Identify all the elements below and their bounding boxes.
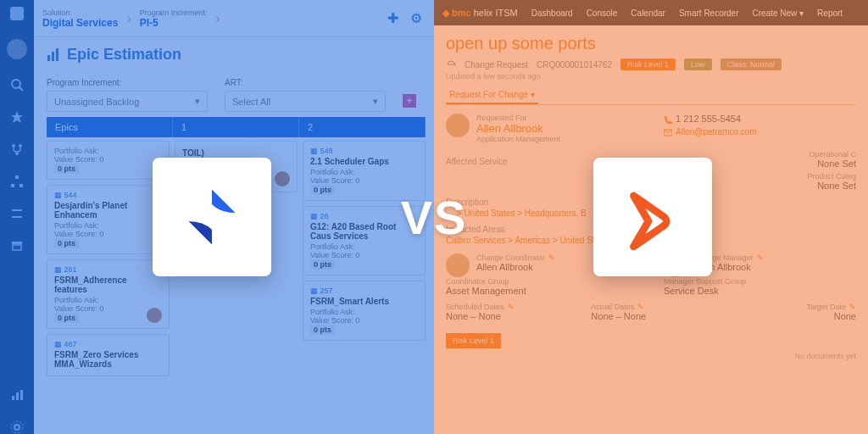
epic-card[interactable]: ▦ 467 FSRM_Zero Services MMA_Wizards xyxy=(47,334,170,376)
chevron-down-icon: ▾ xyxy=(373,96,378,107)
left-nav-rail xyxy=(0,0,34,434)
svg-point-18 xyxy=(11,421,23,433)
hierarchy-icon[interactable] xyxy=(10,175,24,188)
svg-rect-7 xyxy=(15,175,19,179)
page-title: Epic Estimation xyxy=(47,46,181,64)
filter-bar: Program Increment: Unassigned Backlog▾ A… xyxy=(47,78,426,112)
search-icon[interactable] xyxy=(10,78,24,92)
col-2[interactable]: 2 xyxy=(299,117,426,137)
edit-icon[interactable]: ✎ xyxy=(849,303,856,311)
svg-point-17 xyxy=(14,425,19,430)
sliders-icon[interactable] xyxy=(10,207,24,220)
avatar xyxy=(446,253,470,277)
jira-logo-badge xyxy=(153,158,271,276)
edit-icon[interactable]: ✎ xyxy=(508,303,515,311)
gear-icon[interactable] xyxy=(10,420,24,434)
svg-rect-13 xyxy=(13,245,21,250)
contact-info: 1 212 555-5454 Allen@petramco.com xyxy=(664,114,856,143)
tab-request-for-change[interactable]: Request For Change ▾ xyxy=(446,90,538,104)
epic-card[interactable]: ▦ 261 FSRM_Adherence features Portfolio … xyxy=(47,259,170,329)
updated-ago: Updated a few seconds ago xyxy=(446,72,856,81)
svg-rect-21 xyxy=(56,48,58,61)
filter-pi: Program Increment: Unassigned Backlog▾ xyxy=(47,78,208,112)
crumb-pi[interactable]: Program Increment: PI-5 xyxy=(140,8,208,29)
svg-point-5 xyxy=(19,144,22,147)
chevron-right-icon: › xyxy=(212,11,223,26)
branch-icon[interactable] xyxy=(10,142,24,156)
nav-smart-recorder[interactable]: Smart Recorder xyxy=(679,8,739,18)
archive-icon[interactable] xyxy=(10,239,24,253)
avatar xyxy=(446,114,470,137)
brand: ◆ bmc helix ITSM xyxy=(442,8,518,19)
svg-rect-0 xyxy=(10,7,24,20)
add-filter-button[interactable]: + xyxy=(403,94,416,108)
svg-rect-20 xyxy=(52,52,54,61)
nav-console[interactable]: Console xyxy=(587,8,618,18)
svg-rect-16 xyxy=(20,390,23,400)
edit-icon[interactable]: ✎ xyxy=(637,303,644,311)
nav-dashboard[interactable]: Dashboard xyxy=(531,8,573,18)
chevron-down-icon: ▾ xyxy=(195,96,200,107)
pi-select[interactable]: Unassigned Backlog▾ xyxy=(47,91,208,112)
class-badge: Class: Normal xyxy=(721,58,782,70)
edit-icon[interactable]: ✎ xyxy=(548,253,555,262)
top-nav: ◆ bmc helix ITSM Dashboard Console Calen… xyxy=(434,0,868,25)
gear-icon[interactable]: ⚙ xyxy=(407,10,426,26)
svg-rect-14 xyxy=(12,396,14,400)
art-select[interactable]: Select All▾ xyxy=(225,91,386,112)
epic-card[interactable]: Portfolio Ask: Value Score: 0 0 pts xyxy=(47,141,170,180)
plus-icon[interactable]: ✚ xyxy=(384,10,402,26)
column-headers: Epics 1 2 xyxy=(47,117,426,137)
nav-calendar[interactable]: Calendar xyxy=(631,8,665,18)
ticket-meta: Change Request CRQ000001014762 Risk Leve… xyxy=(446,58,856,70)
svg-rect-12 xyxy=(12,242,22,244)
nav-create[interactable]: Create New ▾ xyxy=(753,8,804,18)
column-epics: Portfolio Ask: Value Score: 0 0 pts ▦ 54… xyxy=(47,141,170,376)
edit-icon[interactable]: ✎ xyxy=(757,253,764,262)
epic-card[interactable]: ▦ 544 Desjardin's Planet Enhancem Portfo… xyxy=(47,185,170,254)
avatar[interactable] xyxy=(7,39,27,59)
svg-rect-15 xyxy=(16,392,19,400)
svg-rect-19 xyxy=(47,55,50,61)
epic-card[interactable]: ▦ 257 FSRM_Smart Alerts Portfolio Ask:Va… xyxy=(303,281,426,341)
breadcrumb: Solution: Digital Services › Program Inc… xyxy=(34,0,434,37)
bar-chart-icon xyxy=(47,48,60,62)
requested-for: Requested For Allen Allbrook Application… xyxy=(446,114,638,143)
nav-reports[interactable]: Report xyxy=(817,8,843,18)
risk-level-button[interactable]: Risk Level 1 xyxy=(446,333,501,348)
svg-marker-3 xyxy=(11,111,23,123)
chart-icon[interactable] xyxy=(10,388,24,402)
change-icon xyxy=(446,59,456,70)
avatar xyxy=(275,171,290,186)
ticket-title: open up some ports xyxy=(446,34,856,53)
col-1[interactable]: 1 xyxy=(173,117,299,137)
svg-line-2 xyxy=(19,87,23,91)
crumb-solution[interactable]: Solution: Digital Services xyxy=(42,8,118,29)
email-icon xyxy=(664,129,672,137)
column-2: ▦ 548 2.1 Scheduler Gaps Portfolio Ask:V… xyxy=(303,141,426,376)
svg-point-4 xyxy=(12,144,15,147)
filter-art: ART: Select All▾ xyxy=(225,78,386,112)
svg-rect-8 xyxy=(11,184,14,187)
bmc-logo-icon xyxy=(619,183,687,251)
chevron-right-icon: › xyxy=(123,11,134,26)
vs-text: VS xyxy=(401,190,468,245)
email-link[interactable]: Allen@petramco.com xyxy=(676,127,757,136)
app-logo-icon xyxy=(10,7,24,20)
priority-badge: Low xyxy=(684,58,712,70)
no-documents: No documents yet xyxy=(446,352,856,360)
svg-rect-9 xyxy=(19,184,23,187)
requester-name[interactable]: Allen Allbrook xyxy=(446,122,638,135)
star-icon[interactable] xyxy=(10,110,24,124)
avatar xyxy=(147,308,162,323)
bmc-logo-badge xyxy=(593,158,712,276)
col-epics[interactable]: Epics xyxy=(47,117,173,137)
jira-logo-icon xyxy=(178,183,246,251)
svg-point-1 xyxy=(12,80,20,88)
risk-badge: Risk Level 1 xyxy=(620,58,676,70)
ticket-id[interactable]: CRQ000001014762 xyxy=(537,60,612,70)
phone-icon xyxy=(664,115,672,124)
